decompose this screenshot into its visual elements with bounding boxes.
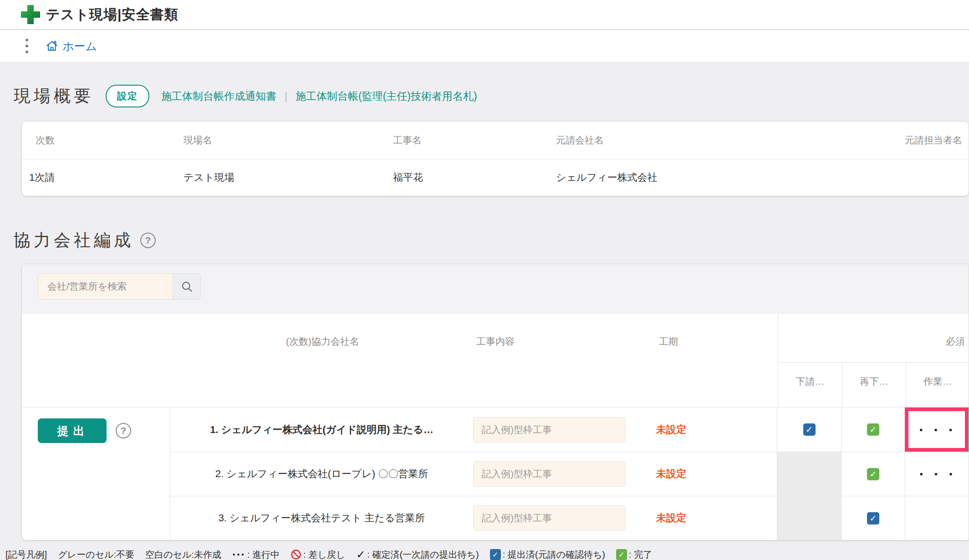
col-motouke-company: 元請会社名 bbox=[556, 134, 604, 147]
home-icon bbox=[46, 40, 58, 52]
prohibition-icon bbox=[291, 549, 301, 560]
cell-genba-name: テスト現場 bbox=[184, 171, 235, 184]
cell-kouji-name: 福平花 bbox=[393, 171, 423, 184]
site-overview-title: 現場概要 bbox=[14, 85, 94, 107]
legend-confirmed: : 確定済(一次請の提出待ち) bbox=[367, 549, 479, 560]
legend-in-progress: : 進行中 bbox=[247, 549, 280, 560]
doc-cell-saishitauke[interactable] bbox=[841, 452, 905, 496]
doc-cell-shitauke[interactable] bbox=[777, 496, 841, 540]
partner-row-2: 2. シェルフィー株式会社(ロープレ) 〇〇営業所 未設定 bbox=[170, 452, 969, 496]
link-taicho-nameplate[interactable]: 施工体制台帳(監理(主任)技術者用名札) bbox=[296, 89, 477, 103]
partner-title: 協力会社編成 bbox=[14, 229, 134, 252]
work-content-input[interactable] bbox=[473, 505, 626, 531]
col-partner-company: (次数)協力会社名 bbox=[171, 335, 474, 348]
period-status[interactable]: 未設定 bbox=[656, 512, 686, 524]
app-header: テスト現場|安全書類 bbox=[0, 0, 969, 30]
legend-gray-cell: グレーのセル:不要 bbox=[58, 549, 134, 560]
partner-row-1: 1. シェルフィー株式会社(ガイド説明用) 主たる… 未設定 bbox=[170, 407, 969, 452]
partner-heading-row: 協力会社編成 ? bbox=[14, 229, 969, 252]
page-title: テスト現場|安全書類 bbox=[46, 5, 178, 24]
legend-blank-cell: 空白のセル:未作成 bbox=[145, 549, 221, 560]
period-status[interactable]: 未設定 bbox=[656, 468, 686, 479]
blue-check-icon: ✓ bbox=[490, 549, 501, 560]
partner-table-header: (次数)協力会社名 工事内容 工期 必須 下請… 再下… 作業… bbox=[22, 314, 969, 407]
doc-cell-shitauke[interactable] bbox=[777, 407, 841, 452]
dots-icon: ··· bbox=[232, 552, 245, 557]
partner-row-3: 3. シェルフィー株式会社テスト 主たる営業所 未設定 bbox=[170, 496, 969, 540]
symbol-legend: [記号凡例] グレーのセル:不要 空白のセル:未作成 ··· : 進行中 : 差… bbox=[5, 548, 969, 560]
col-required-group: 必須 bbox=[946, 335, 965, 348]
col-saishitauke: 再下… bbox=[842, 375, 906, 388]
submit-button[interactable]: 提出 bbox=[38, 418, 107, 443]
company-search-input[interactable] bbox=[38, 273, 173, 300]
partner-company-name: 3. シェルフィー株式会社テスト 主たる営業所 bbox=[170, 511, 473, 525]
col-shitauke: 下請… bbox=[778, 375, 842, 388]
home-label: ホーム bbox=[62, 39, 97, 54]
site-overview-table-header: 次数 現場名 工事名 元請会社名 元請担当者名 bbox=[22, 122, 969, 159]
doc-cell-saishitauke[interactable] bbox=[841, 496, 905, 540]
search-button[interactable] bbox=[173, 273, 201, 300]
partner-table: (次数)協力会社名 工事内容 工期 必須 下請… 再下… 作業… 提出 ? 1.… bbox=[21, 264, 969, 540]
doc-cell-sagyou-highlighted[interactable] bbox=[905, 407, 969, 452]
link-separator: | bbox=[285, 90, 287, 102]
help-icon[interactable]: ? bbox=[140, 233, 156, 248]
partner-table-body: 提出 ? 1. シェルフィー株式会社(ガイド説明用) 主たる… 未設定 2. シ… bbox=[22, 407, 969, 540]
col-kouji-name: 工事名 bbox=[393, 134, 422, 147]
home-link[interactable]: ホーム bbox=[46, 39, 97, 54]
settings-button[interactable]: 設定 bbox=[106, 85, 149, 107]
col-work-content: 工事内容 bbox=[441, 335, 550, 348]
doc-cell-shitauke[interactable] bbox=[777, 452, 841, 496]
col-motouke-person: 元請担当者名 bbox=[905, 134, 962, 147]
legend-returned: : 差し戻し bbox=[303, 549, 345, 560]
legend-prefix: [記号凡例] bbox=[5, 549, 47, 560]
black-check-icon: ✓ bbox=[356, 548, 365, 560]
cell-jisuu: 1次請 bbox=[29, 171, 55, 184]
green-check-icon: ✓ bbox=[616, 549, 627, 560]
greenfile-cross-logo bbox=[20, 5, 41, 25]
submit-help-icon[interactable]: ? bbox=[116, 423, 131, 438]
partner-company-name: 1. シェルフィー株式会社(ガイド説明用) 主たる… bbox=[170, 423, 473, 437]
work-content-input[interactable] bbox=[473, 461, 626, 487]
doc-cell-saishitauke[interactable] bbox=[841, 407, 905, 452]
legend-done: : 完了 bbox=[629, 549, 652, 560]
breadcrumb-bar: ホーム bbox=[0, 30, 969, 62]
col-sagyou: 作業… bbox=[906, 375, 969, 388]
search-icon bbox=[181, 280, 193, 293]
work-content-input[interactable] bbox=[473, 417, 626, 443]
cell-motouke-company: シェルフィー株式会社 bbox=[556, 171, 658, 184]
doc-cell-sagyou[interactable] bbox=[905, 496, 969, 540]
col-jisuu: 次数 bbox=[36, 134, 55, 147]
header-divider bbox=[778, 362, 969, 363]
site-overview-table-row: 1次請 テスト現場 福平花 シェルフィー株式会社 bbox=[22, 159, 969, 196]
site-overview-heading-row: 現場概要 設定 施工体制台帳作成通知書 | 施工体制台帳(監理(主任)技術者用名… bbox=[14, 85, 969, 107]
col-period: 工期 bbox=[623, 335, 714, 348]
partner-search-band bbox=[22, 264, 969, 314]
site-overview-table: 次数 現場名 工事名 元請会社名 元請担当者名 1次請 テスト現場 福平花 シェ… bbox=[21, 121, 969, 196]
kebab-menu-icon[interactable] bbox=[26, 39, 28, 53]
col-genba-name: 現場名 bbox=[184, 134, 212, 147]
doc-cell-sagyou[interactable] bbox=[905, 452, 969, 496]
link-taicho-notice[interactable]: 施工体制台帳作成通知書 bbox=[161, 89, 276, 103]
partner-company-name: 2. シェルフィー株式会社(ロープレ) 〇〇営業所 bbox=[170, 467, 473, 481]
period-status[interactable]: 未設定 bbox=[656, 424, 686, 435]
submit-action-cell: 提出 ? bbox=[22, 407, 170, 540]
legend-submitted: : 提出済(元請の確認待ち) bbox=[503, 549, 605, 560]
